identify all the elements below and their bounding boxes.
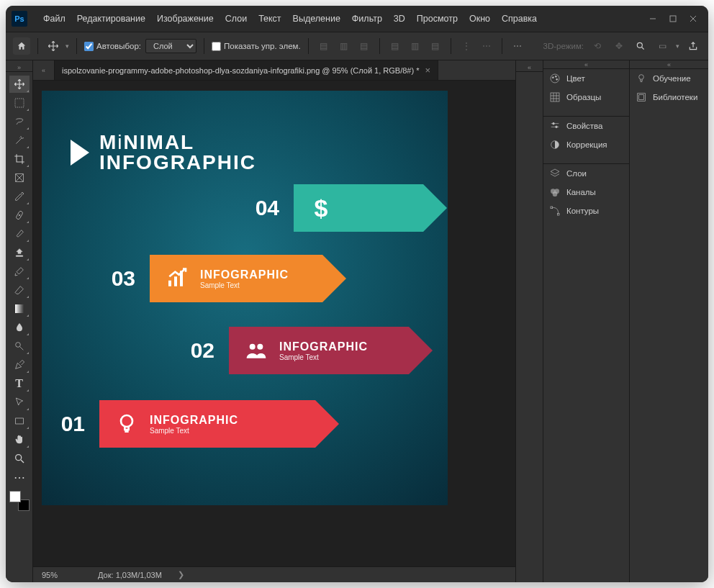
eraser-tool[interactable] xyxy=(9,281,30,299)
align-center-v-icon[interactable]: ▥ xyxy=(407,38,423,54)
panel-Каналы[interactable]: Каналы xyxy=(543,183,629,202)
panels1-expand[interactable]: « xyxy=(543,60,629,69)
align-bottom-icon[interactable]: ▤ xyxy=(428,38,443,54)
distribute-h-icon[interactable]: ⋮ xyxy=(458,38,474,54)
toolbar-expand-button[interactable]: » xyxy=(6,63,32,72)
share-icon[interactable] xyxy=(685,38,701,54)
home-button[interactable] xyxy=(13,37,30,55)
status-menu-chevron[interactable]: ❯ xyxy=(178,570,184,579)
svg-rect-39 xyxy=(551,207,553,209)
menu-Изображение[interactable]: Изображение xyxy=(151,14,220,24)
svg-line-5 xyxy=(642,48,644,50)
close-tab-icon[interactable]: × xyxy=(425,65,430,76)
foreground-color[interactable] xyxy=(9,491,21,502)
window-close-button[interactable] xyxy=(684,12,702,26)
ribbon-number: 02 xyxy=(171,338,214,363)
hand-tool[interactable] xyxy=(9,431,30,448)
window-minimize-button[interactable] xyxy=(643,12,662,26)
panel-label: Образцы xyxy=(566,93,601,101)
panel-Свойства[interactable]: Свойства xyxy=(543,117,629,135)
panel-Образцы[interactable]: Образцы xyxy=(543,88,629,107)
crop-tool[interactable] xyxy=(9,150,30,168)
panel-Обучение[interactable]: Обучение xyxy=(630,69,708,88)
healing-brush-tool[interactable] xyxy=(9,207,30,224)
ribbon-number: 04 xyxy=(236,196,279,220)
panel-Коррекция[interactable]: Коррекция xyxy=(543,135,629,154)
ribbon-number: 01 xyxy=(42,412,85,436)
svg-rect-16 xyxy=(15,418,23,424)
dollar-icon: $ xyxy=(308,195,334,221)
marquee-tool[interactable] xyxy=(9,94,30,112)
svg-rect-1 xyxy=(670,16,676,22)
app-logo: Ps xyxy=(12,11,27,27)
panel-label: Контуры xyxy=(566,207,599,215)
search-icon[interactable] xyxy=(633,38,649,54)
canvas[interactable]: MiNIMAL INFOGRAPHIC 04$03INFOGRAPHICSamp… xyxy=(42,91,448,505)
edit-toolbar-button[interactable]: ⋯ xyxy=(9,469,30,486)
menu-Просмотр[interactable]: Просмотр xyxy=(411,14,464,24)
more-options-icon[interactable]: ⋯ xyxy=(510,38,525,54)
move-tool[interactable] xyxy=(9,76,30,93)
rectangle-tool[interactable] xyxy=(9,412,30,430)
brush-tool[interactable] xyxy=(9,225,30,243)
align-top-icon[interactable]: ▤ xyxy=(387,38,403,54)
panel-label: Свойства xyxy=(566,122,603,130)
autoselect-checkbox[interactable]: Автовыбор: xyxy=(84,42,141,51)
titlebar: Ps ФайлРедактированиеИзображениеСлоиТекс… xyxy=(6,6,708,32)
menu-Выделение[interactable]: Выделение xyxy=(287,14,346,24)
orbit-3d-icon[interactable]: ⟲ xyxy=(589,38,605,54)
align-right-icon[interactable]: ▤ xyxy=(356,38,372,54)
workspace-icon[interactable]: ▭ xyxy=(654,38,670,54)
doc-tabs-expand[interactable]: « xyxy=(33,60,55,80)
svg-rect-26 xyxy=(551,93,559,101)
autoselect-target-select[interactable]: Слой xyxy=(145,39,196,53)
dock-expand[interactable]: « xyxy=(516,63,543,72)
panel-label: Обучение xyxy=(653,74,691,83)
zoom-level[interactable]: 95% xyxy=(42,571,85,579)
panels2-expand[interactable]: « xyxy=(630,60,708,69)
history-brush-tool[interactable] xyxy=(9,263,30,280)
app-window: Ps ФайлРедактированиеИзображениеСлоиТекс… xyxy=(6,6,708,582)
panel-Библиотеки[interactable]: Библиотеки xyxy=(630,88,708,107)
blur-tool[interactable] xyxy=(9,319,30,336)
svg-point-14 xyxy=(15,343,20,348)
path-selection-tool[interactable] xyxy=(9,394,30,411)
menu-Файл[interactable]: Файл xyxy=(37,14,71,24)
align-center-h-icon[interactable]: ▥ xyxy=(336,38,352,54)
grid-icon xyxy=(549,91,561,103)
ribbon-subtitle: Sample Text xyxy=(150,427,238,435)
document-tab[interactable]: ispolzovanie-programmy-adobe-photoshop-d… xyxy=(55,60,438,80)
type-tool[interactable]: T xyxy=(9,375,30,392)
menu-Редактирование[interactable]: Редактирование xyxy=(71,14,151,24)
menu-Фильтр[interactable]: Фильтр xyxy=(346,14,388,24)
align-left-icon[interactable]: ▤ xyxy=(316,38,332,54)
svg-point-4 xyxy=(637,42,642,48)
panel-Контуры[interactable]: Контуры xyxy=(543,202,629,220)
menu-Справка[interactable]: Справка xyxy=(496,14,543,24)
menu-3D[interactable]: 3D xyxy=(388,14,411,24)
svg-point-33 xyxy=(553,122,555,125)
menu-Слои[interactable]: Слои xyxy=(220,14,253,24)
menu-Текст[interactable]: Текст xyxy=(253,14,286,24)
panel-Цвет[interactable]: Цвет xyxy=(543,69,629,88)
ribbon-title: INFOGRAPHIC xyxy=(150,414,238,427)
window-maximize-button[interactable] xyxy=(664,12,682,26)
panel-label: Каналы xyxy=(566,188,596,196)
distribute-v-icon[interactable]: ⋯ xyxy=(479,38,494,54)
menu-Окно[interactable]: Окно xyxy=(464,14,496,24)
doc-size: Док: 1,03M/1,03M xyxy=(98,571,162,579)
gradient-tool[interactable] xyxy=(9,300,30,317)
magic-wand-tool[interactable] xyxy=(9,132,30,149)
color-swatches[interactable] xyxy=(9,491,30,511)
pen-tool[interactable] xyxy=(9,356,30,374)
show-controls-checkbox[interactable]: Показать упр. элем. xyxy=(212,42,301,51)
pan-3d-icon[interactable]: ✥ xyxy=(611,38,627,54)
panel-Слои[interactable]: Слои xyxy=(543,164,629,183)
dodge-tool[interactable] xyxy=(9,338,30,355)
lasso-tool[interactable] xyxy=(9,113,30,130)
zoom-tool[interactable] xyxy=(9,450,30,467)
clone-stamp-tool[interactable] xyxy=(9,244,30,261)
eyedropper-tool[interactable] xyxy=(9,188,30,205)
channels-icon xyxy=(549,186,561,198)
frame-tool[interactable] xyxy=(9,169,30,186)
